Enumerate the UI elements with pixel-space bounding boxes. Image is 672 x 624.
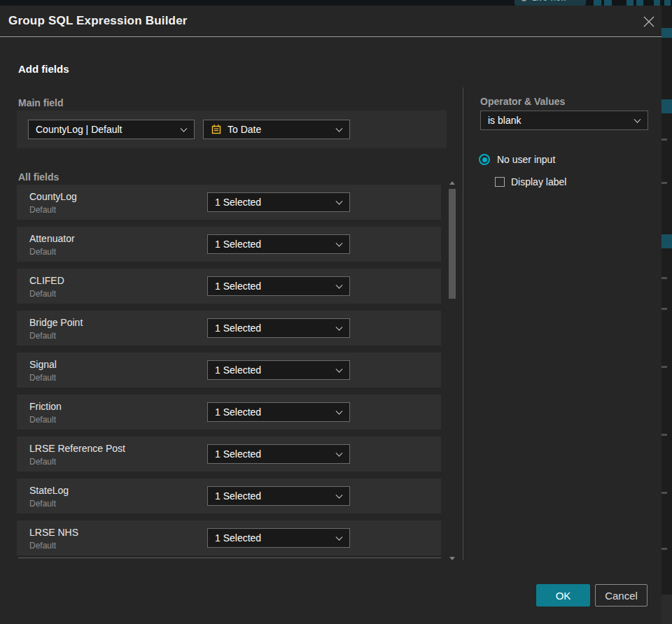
field-name: CLIFED xyxy=(29,275,64,286)
field-name: StateLog xyxy=(29,485,69,496)
background-fragment xyxy=(662,139,667,141)
list-bottom-divider xyxy=(18,558,441,558)
background-fragment xyxy=(662,277,667,279)
field-subtitle: Default xyxy=(29,247,56,257)
field-values-select-value: 1 Selected xyxy=(215,281,261,292)
field-values-select-value: 1 Selected xyxy=(215,322,261,334)
close-icon[interactable] xyxy=(642,15,656,29)
field-values-select[interactable]: 1 Selected xyxy=(207,360,350,380)
scrollbar-up-icon[interactable] xyxy=(449,181,455,185)
chevron-down-icon xyxy=(634,116,641,123)
operator-values-label: Operator & Values xyxy=(480,96,565,107)
scrollbar-thumb[interactable] xyxy=(449,189,456,299)
background-right-panel xyxy=(662,6,672,624)
field-values-select[interactable]: 1 Selected xyxy=(207,234,350,254)
live-view-chip: Live view xyxy=(514,0,586,6)
checkbox-unchecked-icon[interactable] xyxy=(495,177,505,187)
topbar-fragment-icon xyxy=(594,0,601,6)
topbar-fragment-icon xyxy=(636,0,643,6)
scrollbar-down-icon[interactable] xyxy=(449,557,455,560)
field-subtitle: Default xyxy=(29,415,56,425)
field-values-select[interactable]: 1 Selected xyxy=(207,192,350,212)
field-values-select[interactable]: 1 Selected xyxy=(207,486,350,506)
field-row: CountyLog Default 1 Selected xyxy=(17,185,441,220)
field-name: Friction xyxy=(29,401,62,412)
field-subtitle: Default xyxy=(29,205,56,215)
main-field-select[interactable]: CountyLog | Default xyxy=(28,120,195,139)
field-name: Bridge Point xyxy=(29,317,83,328)
all-fields-label: All fields xyxy=(18,171,59,183)
field-row: Friction Default 1 Selected xyxy=(17,395,441,430)
group-sql-expression-builder-dialog: Group SQL Expression Builder Add fields … xyxy=(0,6,662,624)
live-view-label: Live view xyxy=(532,0,566,3)
no-user-input-radio[interactable]: No user input xyxy=(479,154,555,165)
background-fragment xyxy=(662,234,672,248)
field-values-select-value: 1 Selected xyxy=(215,239,261,250)
chevron-down-icon xyxy=(336,125,343,132)
field-subtitle: Default xyxy=(29,541,56,551)
field-values-select[interactable]: 1 Selected xyxy=(207,402,350,422)
field-name: Attenuator xyxy=(29,233,75,244)
field-row: LRSE Reference Post Default 1 Selected xyxy=(17,437,441,471)
chevron-down-icon xyxy=(336,198,343,205)
operator-select-value: is blank xyxy=(488,115,521,126)
topbar-fragment-icon xyxy=(604,0,612,6)
field-subtitle: Default xyxy=(29,289,56,299)
topbar-fragment-icon xyxy=(654,0,660,6)
background-fragment xyxy=(662,182,667,184)
field-name: CountyLog xyxy=(29,191,77,202)
main-field-select-value: CountyLog | Default xyxy=(36,124,122,135)
field-subtitle: Default xyxy=(29,499,56,509)
chevron-down-icon xyxy=(336,408,343,415)
topbar-fragment-icon xyxy=(664,0,671,6)
chevron-down-icon xyxy=(336,282,343,289)
field-row: CLIFED Default 1 Selected xyxy=(17,269,441,304)
field-name: LRSE Reference Post xyxy=(29,443,125,454)
field-row: LRSE NHS Default 1 Selected xyxy=(17,520,441,555)
chevron-down-icon xyxy=(336,240,343,247)
background-fragment xyxy=(662,595,672,624)
field-values-select[interactable]: 1 Selected xyxy=(207,444,350,464)
field-name: LRSE NHS xyxy=(29,527,78,538)
field-values-select-value: 1 Selected xyxy=(215,364,261,376)
display-label-text[interactable]: Display label xyxy=(511,176,566,187)
all-fields-list: CountyLog Default 1 Selected Attenuator … xyxy=(17,185,441,562)
background-fragment xyxy=(662,308,667,310)
field-values-select-value: 1 Selected xyxy=(215,406,261,418)
field-values-select-value: 1 Selected xyxy=(215,490,261,502)
field-row: Signal Default 1 Selected xyxy=(17,353,441,388)
field-values-select[interactable]: 1 Selected xyxy=(207,528,350,548)
main-field-label: Main field xyxy=(18,97,64,108)
operator-select[interactable]: is blank xyxy=(480,111,648,130)
date-field-select[interactable]: To Date xyxy=(203,120,350,139)
background-topbar: Live view xyxy=(0,0,672,6)
field-name: Signal xyxy=(29,359,57,370)
topbar-fragment-icon xyxy=(626,0,634,6)
field-values-select[interactable]: 1 Selected xyxy=(207,276,350,296)
background-fragment xyxy=(662,366,667,368)
no-user-input-label[interactable]: No user input xyxy=(497,154,555,165)
background-fragment xyxy=(662,28,672,38)
chevron-down-icon xyxy=(336,324,343,331)
field-subtitle: Default xyxy=(29,331,56,341)
main-field-row: CountyLog | Default To Date xyxy=(17,111,447,148)
cancel-button[interactable]: Cancel xyxy=(595,584,648,607)
chevron-down-icon xyxy=(336,492,343,499)
chevron-down-icon xyxy=(336,534,343,541)
field-row: Bridge Point Default 1 Selected xyxy=(17,311,441,346)
chevron-down-icon xyxy=(336,450,343,457)
dialog-title: Group SQL Expression Builder xyxy=(8,14,188,28)
field-values-select-value: 1 Selected xyxy=(215,448,261,460)
radio-selected-icon[interactable] xyxy=(479,154,490,165)
field-values-select[interactable]: 1 Selected xyxy=(207,318,350,338)
chevron-down-icon xyxy=(181,125,188,132)
chevron-down-icon xyxy=(336,366,343,373)
panel-divider xyxy=(463,87,463,560)
field-row: Attenuator Default 1 Selected xyxy=(17,227,441,262)
background-fragment xyxy=(662,434,667,436)
ok-button[interactable]: OK xyxy=(536,584,590,607)
calendar-icon xyxy=(211,124,222,135)
background-fragment xyxy=(662,492,667,494)
display-label-checkbox[interactable]: Display label xyxy=(495,176,566,187)
dialog-titlebar: Group SQL Expression Builder xyxy=(0,6,662,37)
